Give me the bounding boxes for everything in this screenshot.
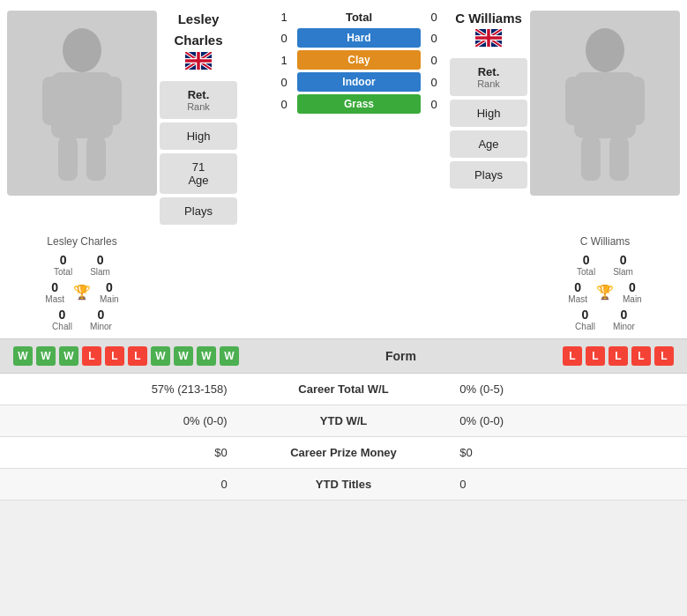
stats-row: 0YTD Titles0: [0, 469, 687, 501]
player2-rank-lbl: Rank: [455, 78, 522, 89]
player1-minor-num: 0: [90, 308, 112, 322]
form-section: WWWLLLWWWW Form LLLLL: [0, 338, 687, 374]
svg-rect-27: [625, 77, 645, 125]
grass-left-val: 0: [271, 98, 297, 111]
player1-minor-stat: 0 Minor: [90, 308, 112, 331]
player2-mast-lbl: Mast: [568, 294, 587, 304]
player1-total-stat: 0 Total: [54, 253, 72, 277]
player2-minor-num: 0: [613, 308, 635, 322]
player2-slam-lbl: Slam: [613, 267, 633, 277]
player1-flag: [185, 52, 212, 72]
player1-flag-svg: [185, 52, 212, 70]
form-badge-p1: W: [151, 346, 170, 366]
stats-center-1: YTD W/L: [241, 405, 447, 437]
player1-age-box: 71 Age: [160, 153, 237, 194]
top-section: Lesley Charles Ret. Rank: [0, 0, 687, 235]
player2-silhouette: [556, 24, 653, 182]
svg-point-0: [63, 28, 101, 72]
player1-age-num: 71: [165, 160, 232, 174]
player2-chall-minor: 0 Chall 0 Minor: [575, 308, 635, 331]
hard-row: 0 Hard 0: [271, 28, 447, 48]
player1-mast-num: 0: [45, 280, 64, 294]
svg-rect-28: [581, 137, 601, 181]
player1-main-stat: 0 Main: [100, 280, 119, 304]
player2-high-box: High: [450, 100, 527, 127]
player2-flag-svg: [475, 29, 502, 47]
svg-rect-3: [102, 77, 122, 125]
stats-left-1: 0% (0-0): [0, 405, 241, 437]
stats-center-0: Career Total W/L: [241, 374, 447, 405]
player1-total-lbl: Total: [54, 267, 72, 277]
player1-high-box: High: [160, 122, 237, 150]
player2-age-box: Age: [450, 130, 527, 158]
player2-total-slam: 0 Total 0 Slam: [577, 253, 633, 277]
player1-slam-num: 0: [90, 253, 110, 267]
player2-name: C Williams: [455, 11, 522, 26]
total-row: 1 Total 0: [271, 11, 447, 24]
hard-left-val: 0: [271, 32, 297, 45]
stats-center-2: Career Prize Money: [241, 437, 447, 469]
svg-rect-29: [609, 137, 629, 181]
player2-total-num: 0: [577, 253, 595, 267]
player1-plays-lbl: Plays: [165, 204, 232, 218]
player2-chall-num: 0: [575, 308, 595, 322]
hard-right-val: 0: [421, 32, 447, 45]
player1-mast-main: 0 Mast 🏆 0 Main: [45, 280, 118, 304]
player2-rank-box: Ret. Rank: [450, 58, 527, 96]
player2-info: C Williams Ret. Rank: [452, 11, 526, 228]
player1-chall-minor: 0 Chall 0 Minor: [52, 308, 112, 331]
total-label: Total: [297, 11, 421, 24]
clay-left-val: 1: [271, 54, 297, 67]
stats-left-0: 57% (213-158): [0, 374, 241, 405]
svg-rect-2: [42, 77, 62, 125]
grass-right-val: 0: [421, 98, 447, 111]
player2-main-num: 0: [623, 280, 642, 294]
player2-main-lbl: Main: [623, 294, 642, 304]
player2-chall-lbl: Chall: [575, 322, 595, 331]
player2-minor-lbl: Minor: [613, 322, 635, 331]
main-container: Lesley Charles Ret. Rank: [0, 0, 687, 501]
player2-rank-val: Ret.: [455, 65, 522, 78]
player2-slam-num: 0: [613, 253, 633, 267]
player1-rank-lbl: Rank: [165, 101, 232, 112]
player1-bottom-stats: Lesley Charles 0 Total 0 Slam 0 Mast 🏆: [7, 235, 157, 331]
stats-table: 57% (213-158)Career Total W/L0% (0-5)0% …: [0, 374, 687, 501]
player2-mast-num: 0: [568, 280, 587, 294]
player2-photo: [530, 11, 680, 196]
stats-right-3: 0: [446, 469, 687, 501]
clay-button: Clay: [297, 50, 421, 70]
player1-chall-lbl: Chall: [52, 322, 72, 331]
player2-mast-stat: 0 Mast: [568, 280, 587, 304]
player1-rank-val: Ret.: [165, 88, 232, 101]
form-badge-p2: L: [563, 346, 582, 366]
player1-age-lbl: Age: [165, 174, 232, 187]
player1-name-below: Lesley Charles: [47, 235, 116, 248]
player2-plays-lbl: Plays: [455, 168, 522, 182]
total-left-val: 1: [271, 11, 297, 24]
svg-rect-26: [565, 77, 585, 125]
stats-right-2: $0: [446, 437, 687, 469]
form-badge-p1: W: [174, 346, 193, 366]
form-badge-p1: W: [220, 346, 239, 366]
stats-row: 0% (0-0)YTD W/L0% (0-0): [0, 405, 687, 437]
form-badge-p1: L: [105, 346, 124, 366]
player1-total-slam: 0 Total 0 Slam: [54, 253, 110, 277]
stats-right-1: 0% (0-0): [446, 405, 687, 437]
player2-chall-stat: 0 Chall: [575, 308, 595, 331]
player1-total-num: 0: [54, 253, 72, 267]
player1-chall-stat: 0 Chall: [52, 308, 72, 331]
player2-mast-main: 0 Mast 🏆 0 Main: [568, 280, 641, 304]
form-badge-p1: W: [13, 346, 33, 366]
player1-slam-lbl: Slam: [90, 267, 110, 277]
player1-chall-num: 0: [52, 308, 72, 322]
form-badge-p1: L: [128, 346, 147, 366]
stats-below-photos: Lesley Charles 0 Total 0 Slam 0 Mast 🏆: [0, 235, 687, 338]
stats-right-0: 0% (0-5): [446, 374, 687, 405]
stats-left-2: $0: [0, 437, 241, 469]
stats-left-3: 0: [0, 469, 241, 501]
player2-trophy-icon: 🏆: [596, 284, 614, 301]
form-badge-p1: W: [197, 346, 216, 366]
player1-form-badges: WWWLLLWWWW: [13, 346, 239, 366]
indoor-right-val: 0: [421, 76, 447, 89]
form-badge-p1: L: [82, 346, 101, 366]
